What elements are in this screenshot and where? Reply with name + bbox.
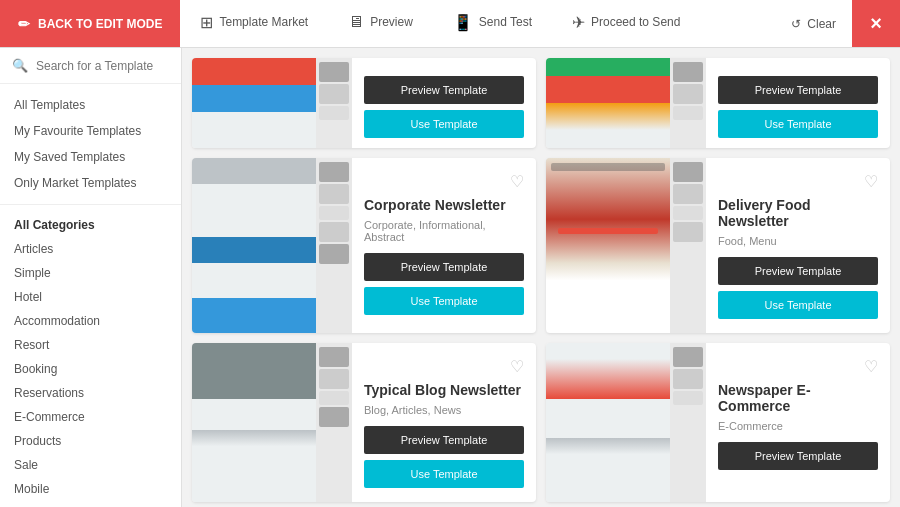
close-button[interactable]: × <box>852 0 900 47</box>
strip-block <box>319 184 349 204</box>
nav-tabs: ⊞ Template Market 🖥 Preview 📱 Send Test … <box>180 0 775 47</box>
preview-strip-corp <box>316 158 352 333</box>
strip-block <box>319 162 349 182</box>
preview-thumb-partial-1 <box>192 58 316 148</box>
use-template-button-partial-2[interactable]: Use Template <box>718 110 878 138</box>
card-title-corp: Corporate Newsletter <box>364 197 524 213</box>
phone-icon: 📱 <box>453 13 473 32</box>
search-box: 🔍 <box>0 48 181 84</box>
refresh-icon: ↺ <box>791 17 801 31</box>
card-preview-partial-1 <box>192 58 352 148</box>
heart-icon-delivery[interactable]: ♡ <box>718 172 878 191</box>
back-to-edit-button[interactable]: ✏ BACK TO EDIT MODE <box>0 0 180 47</box>
top-partial-row: Preview Template Use Template <box>192 58 890 148</box>
card-preview-partial-2 <box>546 58 706 148</box>
strip-block <box>673 184 703 204</box>
strip-block <box>673 369 703 389</box>
sidebar-nav: All Templates My Favourite Templates My … <box>0 84 181 205</box>
tab-sendtest-label: Send Test <box>479 15 532 29</box>
card-title-blog: Typical Blog Newsletter <box>364 382 524 398</box>
clear-button[interactable]: ↺ Clear <box>775 17 852 31</box>
use-template-button-partial-1[interactable]: Use Template <box>364 110 524 138</box>
monitor-icon: 🖥 <box>348 13 364 31</box>
strip-block <box>673 206 703 220</box>
strip-block <box>673 391 703 405</box>
category-mobile[interactable]: Mobile <box>0 477 181 501</box>
category-application[interactable]: Application <box>0 501 181 507</box>
category-articles[interactable]: Articles <box>0 237 181 261</box>
send-icon: ✈ <box>572 13 585 32</box>
preview-strip-partial-1 <box>316 58 352 148</box>
strip-block <box>673 106 703 120</box>
preview-template-button-partial-1[interactable]: Preview Template <box>364 76 524 104</box>
card-tags-corp: Corporate, Informational, Abstract <box>364 219 524 243</box>
search-icon: 🔍 <box>12 58 28 73</box>
strip-block <box>319 347 349 367</box>
market-icon: ⊞ <box>200 13 213 32</box>
card-tags-newspaper: E-Commerce <box>718 420 878 432</box>
sidebar-item-all-templates[interactable]: All Templates <box>0 92 181 118</box>
strip-block <box>673 162 703 182</box>
category-accommodation[interactable]: Accommodation <box>0 309 181 333</box>
sidebar: 🔍 All Templates My Favourite Templates M… <box>0 48 182 507</box>
preview-thumb-delivery <box>546 158 670 333</box>
close-icon: × <box>870 12 882 35</box>
sidebar-categories: All Categories Articles Simple Hotel Acc… <box>0 205 181 507</box>
strip-block <box>319 391 349 405</box>
template-content: Preview Template Use Template <box>182 48 900 507</box>
strip-block <box>319 106 349 120</box>
card-info-corp: ♡ Corporate Newsletter Corporate, Inform… <box>352 158 536 333</box>
tab-template-market[interactable]: ⊞ Template Market <box>180 0 328 47</box>
template-card-partial-2: Preview Template Use Template <box>546 58 890 148</box>
card-preview-delivery <box>546 158 706 333</box>
strip-block <box>319 62 349 82</box>
strip-block <box>319 369 349 389</box>
sidebar-item-market[interactable]: Only Market Templates <box>0 170 181 196</box>
tab-preview-label: Preview <box>370 15 413 29</box>
card-tags-blog: Blog, Articles, News <box>364 404 524 416</box>
category-resort[interactable]: Resort <box>0 333 181 357</box>
preview-thumb-newspaper <box>546 343 670 502</box>
tab-preview[interactable]: 🖥 Preview <box>328 0 433 47</box>
strip-block <box>319 84 349 104</box>
card-info-partial-2: Preview Template Use Template <box>706 58 890 148</box>
category-reservations[interactable]: Reservations <box>0 381 181 405</box>
use-button-corp[interactable]: Use Template <box>364 287 524 315</box>
category-all[interactable]: All Categories <box>0 213 181 237</box>
use-button-blog[interactable]: Use Template <box>364 460 524 488</box>
template-card-corp: ♡ Corporate Newsletter Corporate, Inform… <box>192 158 536 333</box>
search-input[interactable] <box>36 59 169 73</box>
back-label: BACK TO EDIT MODE <box>38 17 162 31</box>
category-ecommerce[interactable]: E-Commerce <box>0 405 181 429</box>
category-hotel[interactable]: Hotel <box>0 285 181 309</box>
sidebar-item-saved[interactable]: My Saved Templates <box>0 144 181 170</box>
category-booking[interactable]: Booking <box>0 357 181 381</box>
card-info-delivery: ♡ Delivery Food Newsletter Food, Menu Pr… <box>706 158 890 333</box>
card-info-blog: ♡ Typical Blog Newsletter Blog, Articles… <box>352 343 536 502</box>
heart-icon-corp[interactable]: ♡ <box>364 172 524 191</box>
card-title-newspaper: Newspaper E-Commerce <box>718 382 878 414</box>
sidebar-item-favourite[interactable]: My Favourite Templates <box>0 118 181 144</box>
strip-block <box>319 206 349 220</box>
main-layout: 🔍 All Templates My Favourite Templates M… <box>0 48 900 507</box>
strip-block <box>319 244 349 264</box>
preview-button-corp[interactable]: Preview Template <box>364 253 524 281</box>
category-simple[interactable]: Simple <box>0 261 181 285</box>
strip-block <box>319 222 349 242</box>
use-button-delivery[interactable]: Use Template <box>718 291 878 319</box>
template-card-partial-1: Preview Template Use Template <box>192 58 536 148</box>
card-title-delivery: Delivery Food Newsletter <box>718 197 878 229</box>
preview-button-delivery[interactable]: Preview Template <box>718 257 878 285</box>
preview-template-button-partial-2[interactable]: Preview Template <box>718 76 878 104</box>
tab-proceed[interactable]: ✈ Proceed to Send <box>552 0 700 47</box>
preview-strip-blog <box>316 343 352 502</box>
preview-button-blog[interactable]: Preview Template <box>364 426 524 454</box>
tab-send-test[interactable]: 📱 Send Test <box>433 0 552 47</box>
heart-icon-blog[interactable]: ♡ <box>364 357 524 376</box>
preview-button-newspaper[interactable]: Preview Template <box>718 442 878 470</box>
card-preview-newspaper <box>546 343 706 502</box>
heart-icon-newspaper[interactable]: ♡ <box>718 357 878 376</box>
category-products[interactable]: Products <box>0 429 181 453</box>
category-sale[interactable]: Sale <box>0 453 181 477</box>
card-info-partial-1: Preview Template Use Template <box>352 58 536 148</box>
